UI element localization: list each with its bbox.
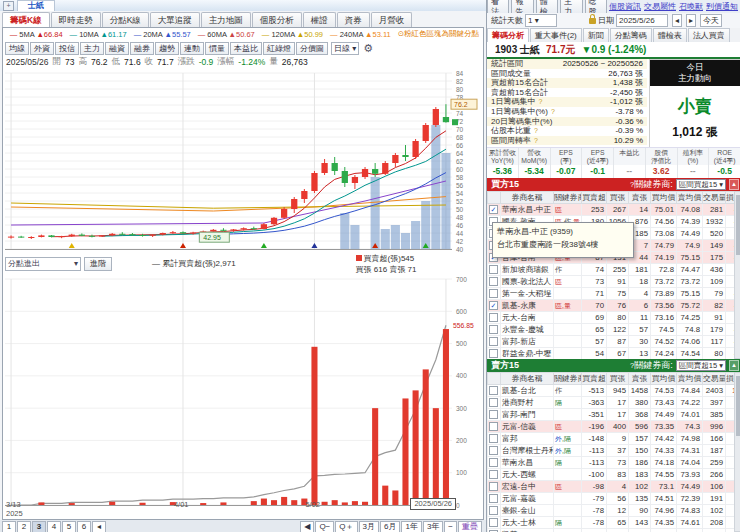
sell-table-scrollbar[interactable] <box>734 372 740 532</box>
header-link-到價通知[interactable]: 到價通知 <box>706 1 738 12</box>
window-tab-title[interactable]: 士紙 <box>17 0 55 11</box>
table-row[interactable]: ✓華南永昌-中正區2532671475.0174.08281-85 <box>488 204 740 216</box>
row-checkbox[interactable] <box>489 337 498 346</box>
toolbar-button-外資[interactable]: 外資 <box>30 42 54 55</box>
zoom-button-8[interactable]: 重疊 <box>458 521 482 532</box>
date-next-button[interactable]: ▸ <box>686 14 696 27</box>
header-link-召喚獸[interactable]: 召喚獸 <box>679 1 703 12</box>
broker-netbuy-chart[interactable]: 0100200300400500600700556.85 <box>4 273 480 515</box>
toolbar-button-融資[interactable]: 融資 <box>105 42 129 55</box>
analysis-tab-籌碼分析[interactable]: 籌碼分析 <box>487 28 529 42</box>
table-row[interactable]: 元富-信義區-19640059673.3574.399689 <box>488 421 740 433</box>
checkbox-cell[interactable] <box>488 397 501 409</box>
checkbox-cell[interactable] <box>488 385 501 397</box>
key-broker-select[interactable]: 區間賣超15 ▾ <box>676 360 726 371</box>
row-checkbox[interactable] <box>489 289 498 298</box>
zoom-button-1[interactable]: Q− <box>315 521 334 532</box>
analysis-tab-法人買賣[interactable]: 法人買賣 <box>688 28 730 42</box>
help-icon[interactable]: ? <box>538 97 542 107</box>
table-row[interactable]: 華南永昌隔-1137318674.1874.0425924 <box>488 457 740 469</box>
toolbar-button-融券[interactable]: 融券 <box>130 42 154 55</box>
checkbox-cell[interactable] <box>488 288 501 300</box>
main-tab-即時走勢[interactable]: 即時走勢 <box>51 12 101 27</box>
row-checkbox[interactable] <box>489 470 498 479</box>
checkbox-cell[interactable] <box>488 505 501 517</box>
header-link-個股資訊[interactable]: 個股資訊 <box>609 1 641 12</box>
checkbox-cell[interactable]: ✓ <box>488 300 501 312</box>
row-checkbox[interactable] <box>489 458 498 467</box>
period-select[interactable]: 日線 ▾ <box>331 42 359 55</box>
table-row[interactable]: 台灣摩根士丹利外,隔-1133715074.3374.3118731 <box>488 445 740 457</box>
today-button[interactable]: 今天 <box>700 14 722 27</box>
row-checkbox[interactable] <box>489 325 498 334</box>
checkbox-cell[interactable] <box>488 433 501 445</box>
checkbox-cell[interactable] <box>488 409 501 421</box>
date-input[interactable]: 2025/5/26 <box>616 14 668 27</box>
row-checkbox[interactable] <box>489 482 498 491</box>
key-broker-select[interactable]: 區間買超15 ▾ <box>676 179 726 190</box>
table-row[interactable]: 元大-西螺-1008318374.5573.9326617 <box>488 469 740 481</box>
checkbox-cell[interactable] <box>488 517 501 529</box>
table-row[interactable]: 元大-士林隔-786514374.3574.6120822 <box>488 517 740 529</box>
row-checkbox[interactable]: ✓ <box>489 301 498 310</box>
checkbox-cell[interactable] <box>488 469 501 481</box>
page-button-2[interactable]: 2 <box>17 521 31 532</box>
toolbar-button-主力[interactable]: 主力 <box>80 42 104 55</box>
toolbar-button-均線[interactable]: 均線 <box>5 42 29 55</box>
page-button-◂[interactable]: ◂ <box>92 521 106 532</box>
zoom-button-7[interactable]: − <box>444 521 457 532</box>
subchart-indicator-select[interactable]: 分點進出 ▾ <box>5 257 81 271</box>
main-tab-資券[interactable]: 資券 <box>337 12 370 27</box>
row-checkbox[interactable] <box>489 518 498 527</box>
row-checkbox[interactable] <box>489 446 498 455</box>
table-row[interactable]: 凱基-76076--73.537614 <box>488 529 740 532</box>
page-button-3[interactable]: 3 <box>32 521 46 532</box>
page-button-5[interactable]: 5 <box>62 521 76 532</box>
row-checkbox[interactable] <box>489 386 498 395</box>
row-checkbox[interactable] <box>489 422 498 431</box>
toolbar-button-趨勢[interactable]: 趨勢 <box>155 42 179 55</box>
main-tab-個股分析[interactable]: 個股分析 <box>252 12 302 27</box>
checkbox-cell[interactable] <box>488 445 501 457</box>
checkbox-cell[interactable] <box>488 264 501 276</box>
main-tab-月營收[interactable]: 月營收 <box>371 12 413 27</box>
table-row[interactable]: 新加坡商瑞銀作7425518172.874.4743622 <box>488 264 740 276</box>
analysis-tab-分點籌碼[interactable]: 分點籌碼 <box>610 28 652 42</box>
table-row[interactable]: ✓凱基-永康區,量7076673.5675.7282-12 <box>488 300 740 312</box>
row-checkbox[interactable] <box>489 313 498 322</box>
table-row[interactable]: 第一金-大稻埕7175473.8975.1579-15 <box>488 288 740 300</box>
date-prev-button[interactable]: ◂ <box>672 14 682 27</box>
gear-icon[interactable]: ⚙ <box>363 43 373 54</box>
checkbox-cell[interactable]: ✓ <box>488 204 501 216</box>
buy-table-scrollbar[interactable] <box>734 191 740 359</box>
zoom-button-4[interactable]: 6月 <box>380 521 400 532</box>
row-checkbox[interactable]: ✓ <box>489 205 498 214</box>
checkbox-cell[interactable] <box>488 324 501 336</box>
main-tab-分點K線[interactable]: 分點K線 <box>102 12 149 27</box>
scroll-up-icon[interactable]: ▲ <box>729 179 739 190</box>
checkbox-cell[interactable] <box>488 481 501 493</box>
checkbox-cell[interactable] <box>488 493 501 505</box>
row-checkbox[interactable] <box>489 349 498 358</box>
row-checkbox[interactable] <box>489 277 498 286</box>
main-tab-主力地圖[interactable]: 主力地圖 <box>201 12 251 27</box>
header-link-交易屬性[interactable]: 交易屬性 <box>644 1 676 12</box>
candlestick-chart[interactable]: 4042444648505254565860626466687072747678… <box>4 69 480 253</box>
toolbar-button-連動[interactable]: 連動 <box>180 42 204 55</box>
zoom-button-6[interactable]: 3年 <box>423 521 443 532</box>
table-row[interactable]: 宏遠-台中區-98410273.174.4910628 <box>488 481 740 493</box>
toolbar-button-分價圖[interactable]: 分價圖 <box>296 42 328 55</box>
checkbox-cell[interactable] <box>488 312 501 324</box>
table-row[interactable]: 富邦外,隔-148915774.4274.9816649 <box>488 433 740 445</box>
zoom-button-3[interactable]: 3月 <box>359 521 379 532</box>
table-row[interactable]: 凱基-台北作-513945145874.5374.842403191 <box>488 385 740 397</box>
lock-icon[interactable] <box>589 18 596 24</box>
row-checkbox[interactable] <box>489 506 498 515</box>
table-row[interactable]: 永豐金-慶城651225774.574.8179-16 <box>488 324 740 336</box>
subchart-advanced-button[interactable]: 進階 <box>84 257 112 271</box>
analysis-tab-新聞[interactable]: 新聞 <box>583 28 609 42</box>
table-row[interactable]: 富邦-新店57873074.5274.06117-27 <box>488 336 740 348</box>
row-checkbox[interactable] <box>489 434 498 443</box>
help-icon[interactable]: ? <box>551 107 555 117</box>
analysis-tab-體檢表[interactable]: 體檢表 <box>653 28 687 42</box>
